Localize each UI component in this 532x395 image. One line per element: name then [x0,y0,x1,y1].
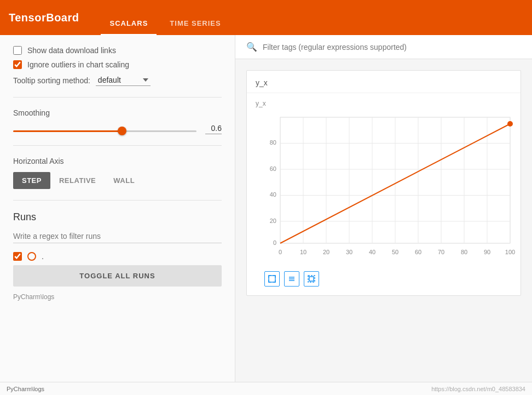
smoothing-slider-wrap [13,125,196,134]
chart-card-title: y_x [247,71,521,93]
svg-text:20: 20 [270,217,276,224]
nav-item-time-series[interactable]: TIME SERIES [161,19,229,35]
content-area: 🔍 y_x y_x [235,35,532,395]
svg-text:90: 90 [484,249,490,255]
chart-container: y_x [247,93,521,295]
fit-domain-button[interactable] [304,271,319,287]
chart-svg: 0 20 40 60 80 0 10 20 30 40 50 60 [256,112,518,265]
status-left: PyCharm\logs [7,386,44,392]
ignore-outliers-row[interactable]: Ignore outliers in chart scaling [13,60,222,69]
svg-text:80: 80 [270,139,276,146]
chart-subtitle: y_x [256,100,512,107]
expand-button[interactable] [264,271,280,287]
smoothing-row: 0.6 [13,124,222,134]
chart-svg-wrap: 0 20 40 60 80 0 10 20 30 40 50 60 [256,112,512,267]
filter-tags-input[interactable] [263,43,521,51]
sidebar: Show data download links Ignore outliers… [0,35,235,395]
svg-text:70: 70 [438,249,444,255]
axis-step-button[interactable]: STEP [13,172,50,189]
toggle-all-runs-button[interactable]: TOGGLE ALL RUNS [13,265,222,287]
horizontal-axis-section: Horizontal Axis STEP RELATIVE WALL [13,157,222,201]
run-dot-label: . [42,252,44,261]
svg-rect-36 [269,276,275,282]
svg-text:20: 20 [323,249,329,255]
svg-text:80: 80 [461,249,467,255]
axis-wall-button[interactable]: WALL [105,172,143,189]
runs-section: Runs . TOGGLE ALL RUNS PyCharm\logs [13,211,222,312]
header: TensorBoard SCALARS TIME SERIES [0,0,532,35]
smoothing-section: Smoothing 0.6 [13,108,222,146]
data-view-button[interactable] [284,271,299,287]
svg-text:60: 60 [270,165,276,172]
tooltip-sort-select[interactable]: default ascending descending nearest [96,75,151,86]
ignore-outliers-label: Ignore outliers in chart scaling [27,60,129,69]
run-dot-checkbox[interactable] [13,252,22,261]
status-right: https://blog.csdn.net/m0_48583834 [431,386,525,392]
nav-item-scalars[interactable]: SCALARS [101,19,157,35]
tooltip-sort-label: Tooltip sorting method: [13,76,90,85]
svg-text:50: 50 [392,249,398,255]
runs-filter-input[interactable] [13,230,222,243]
horizontal-axis-label: Horizontal Axis [13,157,222,165]
search-icon: 🔍 [246,42,257,52]
smoothing-value: 0.6 [205,124,222,134]
run-dot-circle [27,252,36,261]
svg-text:0: 0 [273,239,276,246]
smoothing-slider[interactable] [13,130,196,132]
svg-text:10: 10 [300,249,307,255]
svg-point-35 [507,121,513,127]
svg-text:30: 30 [346,249,352,255]
main-nav: SCALARS TIME SERIES [101,0,229,35]
run-item: . [13,252,222,261]
show-download-links-label: Show data download links [27,46,116,55]
chart-card: y_x y_x [246,70,521,296]
tooltip-sort-row: Tooltip sorting method: default ascendin… [13,75,222,86]
svg-text:100: 100 [505,249,515,255]
sidebar-options-section: Show data download links Ignore outliers… [13,46,222,98]
svg-text:40: 40 [369,249,375,255]
axis-buttons: STEP RELATIVE WALL [13,172,222,189]
smoothing-label: Smoothing [13,108,222,117]
show-download-links-row[interactable]: Show data download links [13,46,222,55]
svg-text:0: 0 [279,249,282,255]
status-bar: PyCharm\logs https://blog.csdn.net/m0_48… [0,382,532,395]
runs-label: Runs [13,211,222,223]
axis-relative-button[interactable]: RELATIVE [50,172,105,189]
ignore-outliers-checkbox[interactable] [13,60,22,69]
show-download-links-checkbox[interactable] [13,46,22,55]
main-layout: Show data download links Ignore outliers… [0,35,532,395]
svg-text:60: 60 [415,249,421,255]
pycharm-path: PyCharm\logs [13,293,222,301]
chart-toolbar [256,267,512,291]
svg-rect-41 [309,277,314,281]
app-logo: TensorBoard [9,12,79,24]
filter-bar: 🔍 [235,35,532,59]
svg-text:40: 40 [270,191,276,198]
